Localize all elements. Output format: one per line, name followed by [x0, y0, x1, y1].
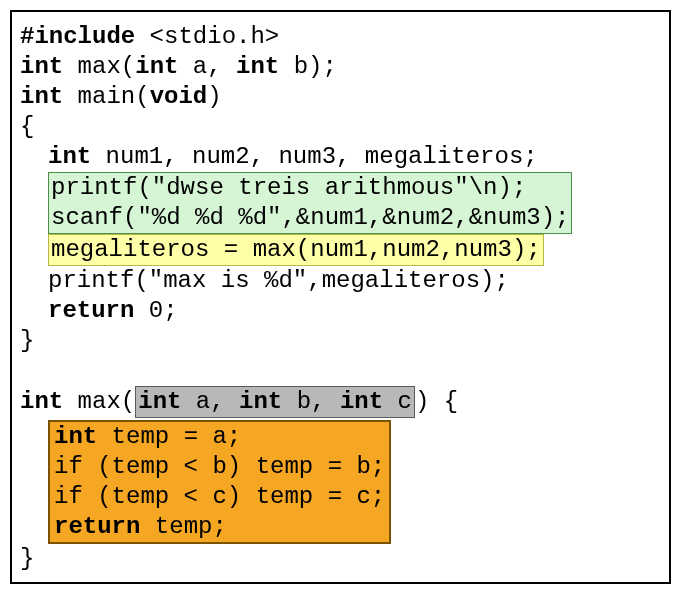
- brace-close: }: [20, 545, 34, 572]
- code-line-4: {: [20, 112, 661, 142]
- kw-int: int: [236, 53, 279, 80]
- code-line-6: printf("dwse treis arithmous"\n);: [51, 173, 569, 203]
- text: temp = a;: [97, 423, 241, 450]
- kw-int: int: [340, 388, 383, 415]
- highlight-orange-group: int temp = a; if (temp < b) temp = b; if…: [20, 418, 661, 544]
- printf-call: printf("dwse treis arithmous"\n);: [51, 174, 526, 201]
- brace-close: }: [20, 327, 34, 354]
- scanf-call: scanf("%d %d %d",&num1,&num2,&num3);: [51, 204, 569, 231]
- if-stmt: if (temp < c) temp = c;: [54, 483, 385, 510]
- include-header: <stdio.h>: [135, 23, 279, 50]
- text: 0;: [134, 297, 177, 324]
- kw-return: return: [48, 297, 134, 324]
- code-line-14: if (temp < b) temp = b;: [54, 452, 385, 482]
- kw-int: int: [239, 388, 282, 415]
- highlight-yellow: megaliteros = max(num1,num2,num3);: [48, 234, 544, 266]
- code-line-9: printf("max is %d",megaliteros);: [20, 266, 661, 296]
- highlight-green-group: printf("dwse treis arithmous"\n); scanf(…: [20, 172, 661, 234]
- code-line-10: return 0;: [20, 296, 661, 326]
- text: main(: [63, 83, 149, 110]
- brace-open: {: [20, 113, 34, 140]
- code-line-15: if (temp < c) temp = c;: [54, 482, 385, 512]
- highlight-gray: int a, int b, int c: [135, 386, 415, 418]
- kw-int: int: [138, 388, 181, 415]
- kw-int: int: [54, 423, 97, 450]
- text: num1, num2, num3, megaliteros;: [91, 143, 537, 170]
- printf-call: printf("max is %d",megaliteros);: [48, 267, 509, 294]
- text: a,: [178, 53, 236, 80]
- kw-int: int: [48, 143, 91, 170]
- kw-int: int: [20, 83, 63, 110]
- kw-int: int: [135, 53, 178, 80]
- code-line-13: int temp = a;: [54, 422, 385, 452]
- code-line-12: int max(int a, int b, int c) {: [20, 386, 661, 418]
- assignment-call: megaliteros = max(num1,num2,num3);: [51, 236, 541, 263]
- text: b);: [279, 53, 337, 80]
- text: c: [383, 388, 412, 415]
- highlight-orange: int temp = a; if (temp < b) temp = b; if…: [48, 420, 391, 544]
- code-line-1: #include <stdio.h>: [20, 22, 661, 52]
- kw-void: void: [150, 83, 208, 110]
- code-line-7: scanf("%d %d %d",&num1,&num2,&num3);: [51, 203, 569, 233]
- code-line-5: int num1, num2, num3, megaliteros;: [20, 142, 661, 172]
- text: max(: [63, 53, 135, 80]
- kw-return: return: [54, 513, 140, 540]
- code-line-17: }: [20, 544, 661, 574]
- include-directive: #include: [20, 23, 135, 50]
- code-line-16: return temp;: [54, 512, 385, 542]
- code-container: #include <stdio.h> int max(int a, int b)…: [10, 10, 671, 584]
- kw-int: int: [20, 388, 63, 415]
- text: ) {: [415, 388, 458, 415]
- if-stmt: if (temp < b) temp = b;: [54, 453, 385, 480]
- highlight-green: printf("dwse treis arithmous"\n); scanf(…: [48, 172, 572, 234]
- text: temp;: [140, 513, 226, 540]
- text: ): [207, 83, 221, 110]
- code-line-3: int main(void): [20, 82, 661, 112]
- highlight-yellow-group: megaliteros = max(num1,num2,num3);: [20, 234, 661, 266]
- blank-line: [20, 356, 661, 386]
- code-line-8: megaliteros = max(num1,num2,num3);: [51, 235, 541, 265]
- code-line-2: int max(int a, int b);: [20, 52, 661, 82]
- text: b,: [282, 388, 340, 415]
- text: max(: [63, 388, 135, 415]
- code-line-11: }: [20, 326, 661, 356]
- kw-int: int: [20, 53, 63, 80]
- text: a,: [181, 388, 239, 415]
